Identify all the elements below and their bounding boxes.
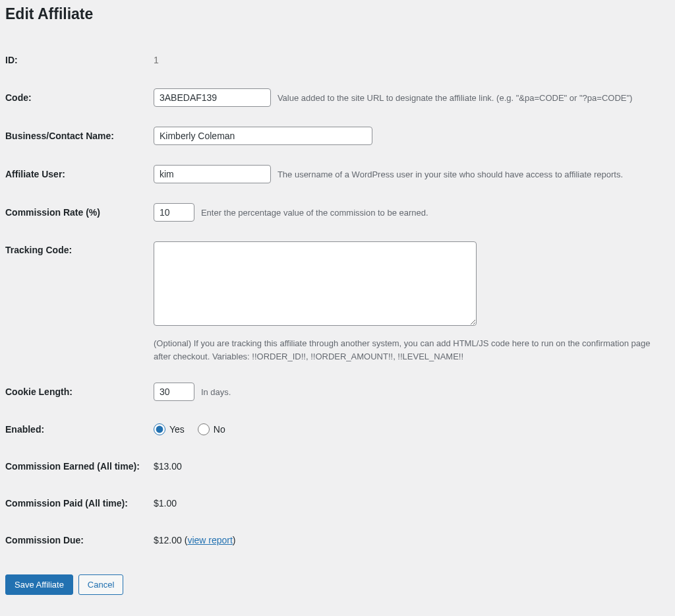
cookie-label: Cookie Length: [5,373,154,411]
paid-value: $1.00 [154,498,177,508]
due-label: Commission Due: [5,522,154,559]
page-title: Edit Affiliate [5,5,670,23]
id-label: ID: [5,42,154,78]
earned-value: $13.00 [154,461,182,472]
code-label: Code: [5,78,154,117]
user-label: Affiliate User: [5,155,154,193]
tracking-help: (Optional) If you are tracking this affi… [154,337,663,363]
cookie-input[interactable] [154,383,194,401]
save-button[interactable]: Save Affiliate [5,574,73,595]
enabled-no-label: No [214,424,225,435]
cookie-help: In days. [201,387,231,397]
enabled-yes-option[interactable]: Yes [154,423,185,435]
name-label: Business/Contact Name: [5,117,154,155]
user-input[interactable] [154,165,271,183]
tracking-label: Tracking Code: [5,231,154,373]
tracking-input[interactable] [154,241,477,326]
user-help: The username of a WordPress user in your… [278,169,623,179]
id-value: 1 [154,55,159,65]
rate-label: Commission Rate (%) [5,193,154,231]
enabled-label: Enabled: [5,411,154,448]
affiliate-form: ID: 1 Code: Value added to the site URL … [5,42,670,559]
code-input[interactable] [154,88,271,107]
form-actions: Save Affiliate Cancel [5,574,670,595]
rate-help: Enter the percentage value of the commis… [201,208,428,218]
name-input[interactable] [154,127,372,145]
enabled-yes-label: Yes [169,424,185,435]
due-value: $12.00 [154,535,182,545]
view-report-link[interactable]: view report [187,535,232,545]
enabled-no-option[interactable]: No [198,423,225,435]
rate-input[interactable] [154,203,194,222]
paid-label: Commission Paid (All time): [5,485,154,522]
enabled-no-radio[interactable] [198,423,210,435]
code-help: Value added to the site URL to designate… [278,93,633,103]
enabled-radio-group: Yes No [154,423,663,435]
due-link-after: ) [233,535,236,545]
earned-label: Commission Earned (All time): [5,448,154,485]
enabled-yes-radio[interactable] [154,423,165,435]
cancel-button[interactable]: Cancel [78,574,123,595]
